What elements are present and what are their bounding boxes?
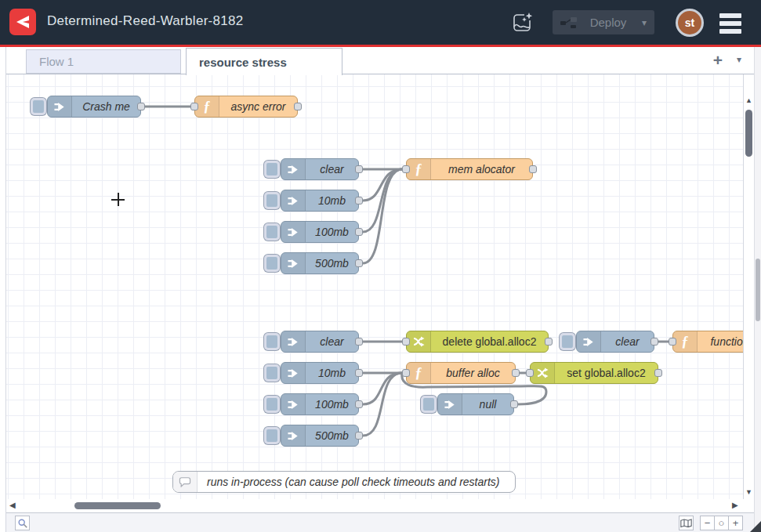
- output-port[interactable]: [355, 369, 363, 377]
- output-port[interactable]: [512, 369, 520, 377]
- vertical-scrollbar[interactable]: ▲ ▼: [743, 74, 754, 499]
- node-label: 10mb: [306, 363, 358, 383]
- node-inject-100mb[interactable]: 100mb: [281, 221, 359, 243]
- browser-scrollbar[interactable]: [754, 47, 761, 532]
- scroll-right-icon[interactable]: ▶: [732, 501, 738, 509]
- output-port[interactable]: [137, 103, 145, 110]
- node-inject-100mb[interactable]: 100mb: [281, 393, 359, 415]
- add-flow-button[interactable]: +: [709, 52, 727, 69]
- main-menu-icon[interactable]: [719, 13, 741, 37]
- output-port[interactable]: [355, 432, 363, 440]
- output-port[interactable]: [294, 103, 302, 110]
- node-change-delete-global-alloc2[interactable]: delete global.alloc2: [406, 331, 549, 353]
- function-icon: ƒ: [673, 331, 698, 352]
- cursor-crosshair: [111, 193, 125, 206]
- node-function-mem-alocator[interactable]: ƒ mem alocator: [406, 158, 533, 180]
- zoom-reset-button[interactable]: ○: [714, 516, 729, 530]
- inject-trigger-button[interactable]: [264, 364, 280, 382]
- flowfuse-logo[interactable]: [9, 9, 36, 35]
- output-port[interactable]: [654, 369, 662, 377]
- inject-icon: [438, 394, 462, 414]
- zoom-in-button[interactable]: +: [728, 516, 743, 530]
- input-port[interactable]: [402, 369, 410, 377]
- node-label: 10mb: [306, 190, 358, 211]
- inject-trigger-button[interactable]: [264, 223, 280, 241]
- scroll-left-icon[interactable]: ◀: [9, 501, 16, 509]
- function-icon: ƒ: [407, 159, 431, 179]
- node-comment[interactable]: runs in-process (can cause poll check ti…: [172, 471, 516, 493]
- node-label: 100mb: [306, 222, 358, 242]
- inject-trigger-button[interactable]: [264, 396, 280, 413]
- inject-trigger-button[interactable]: [264, 333, 280, 350]
- node-function-buffer-alloc[interactable]: ƒ buffer alloc: [406, 362, 516, 384]
- node-change-set-global-alloc2[interactable]: set global.alloc2: [530, 362, 658, 384]
- function-icon: ƒ: [407, 363, 431, 383]
- node-label: 500mb: [306, 253, 358, 273]
- node-function-async-error[interactable]: ƒ async error: [194, 96, 298, 118]
- tab-flow-1[interactable]: Flow 1: [26, 49, 181, 74]
- search-button[interactable]: [15, 516, 30, 530]
- input-port[interactable]: [402, 165, 410, 173]
- output-port[interactable]: [355, 338, 363, 346]
- node-inject-crash-me[interactable]: Crash me: [47, 96, 141, 118]
- scroll-up-icon[interactable]: ▲: [744, 96, 754, 104]
- user-avatar[interactable]: st: [676, 9, 704, 37]
- node-label: function: [698, 331, 743, 352]
- deploy-label: Deploy: [578, 16, 639, 29]
- node-inject-500mb[interactable]: 500mb: [281, 425, 359, 447]
- navigator-toggle-button[interactable]: [679, 516, 694, 530]
- tab-resource-stress[interactable]: resource stress: [186, 48, 342, 75]
- ai-assistant-icon[interactable]: [509, 10, 535, 35]
- inject-trigger-button[interactable]: [421, 396, 437, 413]
- node-function-clipped[interactable]: ƒ function: [672, 331, 743, 353]
- inject-trigger-button[interactable]: [560, 333, 575, 350]
- browser-scroll-thumb[interactable]: [756, 259, 760, 321]
- input-port[interactable]: [190, 103, 198, 110]
- workspace-canvas[interactable]: Crash me ƒ async error clear 10mb 100mb …: [6, 74, 743, 499]
- node-inject-clear[interactable]: clear: [576, 331, 654, 353]
- node-label: 100mb: [306, 394, 358, 414]
- input-port[interactable]: [402, 338, 410, 346]
- vertical-scroll-thumb[interactable]: [745, 110, 752, 157]
- deploy-button[interactable]: Deploy ▾: [553, 10, 654, 34]
- inject-icon: [281, 159, 306, 179]
- horizontal-scrollbar[interactable]: ◀ ▶: [6, 499, 743, 512]
- inject-icon: [281, 363, 306, 383]
- flow-tab-bar: Flow 1 resource stress + ▾: [6, 47, 754, 74]
- scroll-down-icon[interactable]: ▼: [744, 488, 754, 496]
- flow-list-caret-icon[interactable]: ▾: [737, 54, 741, 65]
- output-port[interactable]: [355, 165, 363, 173]
- node-inject-10mb[interactable]: 10mb: [281, 362, 359, 384]
- node-label: delete global.alloc2: [431, 331, 548, 352]
- node-inject-clear[interactable]: clear: [281, 331, 359, 353]
- deploy-caret-icon[interactable]: ▾: [642, 17, 647, 28]
- zoom-out-button[interactable]: −: [700, 516, 715, 530]
- node-label: null: [462, 394, 513, 414]
- output-port[interactable]: [355, 259, 363, 267]
- node-inject-10mb[interactable]: 10mb: [281, 190, 359, 212]
- search-icon: [17, 518, 28, 529]
- inject-trigger-button[interactable]: [264, 192, 280, 209]
- output-port[interactable]: [355, 197, 363, 204]
- inject-trigger-button[interactable]: [264, 161, 280, 178]
- output-port[interactable]: [355, 228, 363, 236]
- tab-flow-1-label: Flow 1: [39, 55, 74, 68]
- input-port[interactable]: [526, 369, 534, 377]
- node-inject-null[interactable]: null: [437, 393, 514, 415]
- output-port[interactable]: [529, 165, 537, 173]
- output-port[interactable]: [510, 400, 518, 408]
- output-port[interactable]: [545, 338, 553, 346]
- node-label: buffer alloc: [431, 363, 515, 383]
- node-inject-clear[interactable]: clear: [281, 158, 359, 180]
- inject-trigger-button[interactable]: [31, 98, 46, 115]
- node-inject-500mb[interactable]: 500mb: [281, 252, 359, 274]
- inject-trigger-button[interactable]: [264, 255, 280, 272]
- horizontal-scroll-thumb[interactable]: [74, 502, 161, 509]
- inject-trigger-button[interactable]: [264, 427, 280, 444]
- output-port[interactable]: [355, 400, 363, 408]
- output-port[interactable]: [650, 338, 658, 346]
- inject-icon: [281, 253, 306, 273]
- input-port[interactable]: [669, 338, 676, 346]
- comment-label: runs in-process (can cause poll check ti…: [197, 472, 509, 492]
- header-bar: Determined-Reed-Warbler-8182 Deploy ▾ st: [0, 0, 761, 45]
